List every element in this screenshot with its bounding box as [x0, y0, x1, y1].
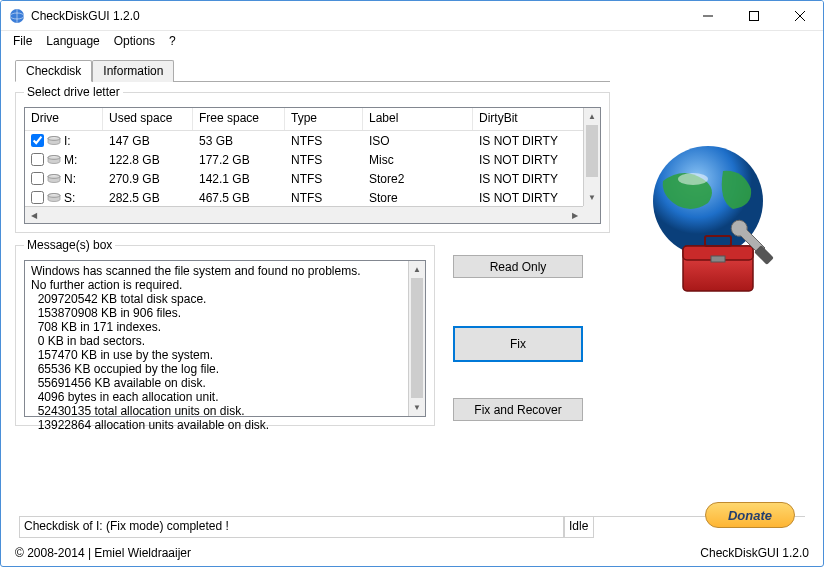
minimize-button[interactable] — [685, 1, 731, 31]
tab-information[interactable]: Information — [92, 60, 174, 82]
drive-label: Misc — [363, 153, 473, 167]
drive-group-legend: Select drive letter — [24, 85, 123, 99]
window-title: CheckDiskGUI 1.2.0 — [31, 9, 685, 23]
drive-label: Store — [363, 191, 473, 205]
drive-dirtybit: IS NOT DIRTY — [473, 172, 583, 186]
drive-used: 282.5 GB — [103, 191, 193, 205]
scroll-down-icon[interactable]: ▼ — [409, 399, 425, 416]
drive-used: 122.8 GB — [103, 153, 193, 167]
status-bar: Checkdisk of I: (Fix mode) completed ! I… — [19, 516, 805, 538]
version-text: CheckDiskGUI 1.2.0 — [700, 546, 809, 560]
message-vertical-scrollbar[interactable]: ▲ ▼ — [408, 261, 425, 416]
menu-file[interactable]: File — [7, 32, 38, 50]
drive-label: ISO — [363, 134, 473, 148]
drive-label: Store2 — [363, 172, 473, 186]
drive-checkbox[interactable] — [31, 153, 44, 166]
drive-free: 53 GB — [193, 134, 285, 148]
scroll-thumb[interactable] — [586, 125, 598, 177]
drive-type: NTFS — [285, 172, 363, 186]
drive-horizontal-scrollbar[interactable]: ◀ ▶ — [25, 206, 583, 223]
drive-groupbox: Select drive letter Drive Used space Fre… — [15, 92, 610, 233]
message-line: 55691456 KB available on disk. — [31, 376, 405, 390]
col-free[interactable]: Free space — [193, 108, 285, 130]
drive-free: 177.2 GB — [193, 153, 285, 167]
drive-dirtybit: IS NOT DIRTY — [473, 134, 583, 148]
fix-button[interactable]: Fix — [453, 326, 583, 362]
drive-dirtybit: IS NOT DIRTY — [473, 191, 583, 205]
read-only-button[interactable]: Read Only — [453, 255, 583, 278]
message-groupbox: Message(s) box Windows has scanned the f… — [15, 245, 435, 426]
message-line: 4096 bytes in each allocation unit. — [31, 390, 405, 404]
drive-used: 147 GB — [103, 134, 193, 148]
col-dirty[interactable]: DirtyBit — [473, 108, 600, 130]
drive-free: 142.1 GB — [193, 172, 285, 186]
drive-type: NTFS — [285, 153, 363, 167]
copyright-text: © 2008-2014 | Emiel Wieldraaijer — [15, 546, 191, 560]
status-main: Checkdisk of I: (Fix mode) completed ! — [19, 517, 564, 538]
drive-letter: S: — [64, 191, 75, 205]
app-icon — [9, 8, 25, 24]
svg-point-12 — [678, 173, 708, 185]
fix-and-recover-button[interactable]: Fix and Recover — [453, 398, 583, 421]
col-used[interactable]: Used space — [103, 108, 193, 130]
scroll-corner — [583, 206, 600, 223]
drive-row[interactable]: M:122.8 GB177.2 GBNTFSMiscIS NOT DIRTY — [25, 150, 583, 169]
menu-help[interactable]: ? — [163, 32, 182, 50]
status-state: Idle — [564, 517, 594, 538]
message-line: 153870908 KB in 906 files. — [31, 306, 405, 320]
message-line: 0 KB in bad sectors. — [31, 334, 405, 348]
message-line: 65536 KB occupied by the log file. — [31, 362, 405, 376]
scroll-up-icon[interactable]: ▲ — [409, 261, 425, 278]
drive-row[interactable]: S:282.5 GB467.5 GBNTFSStoreIS NOT DIRTY — [25, 188, 583, 206]
drive-row[interactable]: N:270.9 GB142.1 GBNTFSStore2IS NOT DIRTY — [25, 169, 583, 188]
scroll-thumb[interactable] — [411, 278, 423, 398]
col-type[interactable]: Type — [285, 108, 363, 130]
globe-toolbox-art — [633, 141, 783, 301]
drive-list[interactable]: Drive Used space Free space Type Label D… — [24, 107, 601, 224]
window-titlebar: CheckDiskGUI 1.2.0 — [1, 1, 823, 31]
tab-strip: Checkdisk Information — [15, 59, 610, 82]
drive-checkbox[interactable] — [31, 191, 44, 204]
drive-checkbox[interactable] — [31, 134, 44, 147]
drive-row[interactable]: I:147 GB53 GBNTFSISOIS NOT DIRTY — [25, 131, 583, 150]
scroll-up-icon[interactable]: ▲ — [584, 108, 600, 125]
message-textbox[interactable]: Windows has scanned the file system and … — [24, 260, 426, 417]
message-line: 13922864 allocation units available on d… — [31, 418, 405, 432]
drive-checkbox[interactable] — [31, 172, 44, 185]
footer: © 2008-2014 | Emiel Wieldraaijer CheckDi… — [15, 546, 809, 560]
col-drive[interactable]: Drive — [25, 108, 103, 130]
scroll-down-icon[interactable]: ▼ — [584, 189, 600, 206]
svg-rect-2 — [750, 11, 759, 20]
drive-type: NTFS — [285, 134, 363, 148]
drive-letter: M: — [64, 153, 77, 167]
tab-checkdisk[interactable]: Checkdisk — [15, 60, 92, 82]
drive-type: NTFS — [285, 191, 363, 205]
svg-rect-16 — [711, 256, 725, 262]
drive-list-header: Drive Used space Free space Type Label D… — [25, 108, 600, 131]
donate-button[interactable]: Donate — [705, 502, 795, 528]
drive-free: 467.5 GB — [193, 191, 285, 205]
drive-vertical-scrollbar[interactable]: ▲ ▼ — [583, 108, 600, 206]
message-line: 209720542 KB total disk space. — [31, 292, 405, 306]
message-line: 157470 KB in use by the system. — [31, 348, 405, 362]
scroll-left-icon[interactable]: ◀ — [25, 211, 42, 220]
col-label[interactable]: Label — [363, 108, 473, 130]
message-group-legend: Message(s) box — [24, 238, 115, 252]
drive-letter: I: — [64, 134, 71, 148]
message-line: Windows has scanned the file system and … — [31, 264, 405, 278]
scroll-right-icon[interactable]: ▶ — [566, 211, 583, 220]
message-line: No further action is required. — [31, 278, 405, 292]
menu-options[interactable]: Options — [108, 32, 161, 50]
message-line: 52430135 total allocation units on disk. — [31, 404, 405, 418]
drive-letter: N: — [64, 172, 76, 186]
message-line: 708 KB in 171 indexes. — [31, 320, 405, 334]
maximize-button[interactable] — [731, 1, 777, 31]
drive-dirtybit: IS NOT DIRTY — [473, 153, 583, 167]
menu-bar: File Language Options ? — [1, 31, 823, 51]
drive-used: 270.9 GB — [103, 172, 193, 186]
close-button[interactable] — [777, 1, 823, 31]
menu-language[interactable]: Language — [40, 32, 105, 50]
